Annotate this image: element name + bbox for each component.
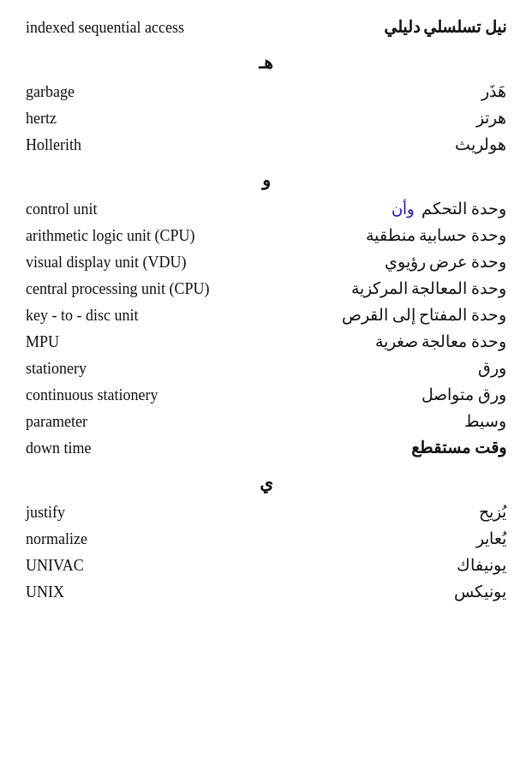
arabic-mpu: وحدة معالجة صغرية bbox=[266, 332, 507, 351]
y-section: ي justify يُزيح normalize يُعاير UNIVAC … bbox=[26, 473, 506, 601]
arabic-garbage: هَذَر bbox=[266, 81, 507, 101]
arabic-hollerith: هولريث bbox=[266, 134, 507, 154]
arabic-downtime: وقت مستقطع bbox=[266, 438, 507, 457]
entry-row-normalize: normalize يُعاير bbox=[26, 529, 506, 548]
arabic-unix: يونيكس bbox=[266, 582, 507, 601]
english-alu: arithmetic logic unit (CPU) bbox=[26, 227, 266, 245]
entry-row-cpu: central processing unit (CPU) وحدة المعا… bbox=[26, 278, 506, 298]
english-garbage: garbage bbox=[26, 83, 266, 101]
entry-row-stationery: stationery ورق bbox=[26, 358, 506, 378]
entry-row-vdu: visual display unit (VDU) وحدة عرض رؤيوي bbox=[26, 252, 506, 272]
entry-row-downtime: down time وقت مستقطع bbox=[26, 438, 506, 457]
arabic-normalize: يُعاير bbox=[266, 529, 507, 548]
english-control-unit: control unit bbox=[26, 200, 392, 218]
arabic-vdu: وحدة عرض رؤيوي bbox=[266, 252, 507, 272]
w-section-header: و bbox=[26, 170, 506, 190]
entry-row-parameter: parameter وسيط bbox=[26, 411, 506, 431]
arabic-univac: يونيفاك bbox=[266, 555, 507, 575]
w-section: و control unit وحدة التحكم وأن arithmeti… bbox=[26, 170, 506, 457]
english-justify: justify bbox=[26, 504, 266, 522]
h-section-header: هـ bbox=[26, 52, 506, 73]
entry-row-unix: UNIX يونيكس bbox=[26, 582, 506, 601]
english-vdu: visual display unit (VDU) bbox=[26, 254, 266, 272]
english-hollerith: Hollerith bbox=[26, 136, 266, 154]
top-entry-row: indexed sequential access نيل تسلسلي دلي… bbox=[26, 17, 506, 37]
entry-row-justify: justify يُزيح bbox=[26, 502, 506, 522]
arabic-alu: وحدة حسابية منطقية bbox=[266, 225, 507, 245]
arabic-justify: يُزيح bbox=[266, 502, 507, 522]
english-hertz: hertz bbox=[26, 110, 266, 128]
english-downtime: down time bbox=[26, 439, 266, 457]
arabic-cpu: وحدة المعالجة المركزية bbox=[266, 278, 507, 298]
english-mpu: MPU bbox=[26, 333, 266, 351]
english-univac: UNIVAC bbox=[26, 557, 266, 575]
entry-row-univac: UNIVAC يونيفاك bbox=[26, 555, 506, 575]
entry-row-key-disc: key - to - disc unit وحدة المفتاح إلى ال… bbox=[26, 305, 506, 325]
h-section: هـ garbage هَذَر hertz هرتز Hollerith هو… bbox=[26, 52, 506, 154]
entry-row-alu: arithmetic logic unit (CPU) وحدة حسابية … bbox=[26, 225, 506, 245]
arabic-key-disc: وحدة المفتاح إلى القرص bbox=[266, 305, 507, 325]
english-unix: UNIX bbox=[26, 583, 266, 601]
arabic-hertz: هرتز bbox=[266, 108, 507, 128]
entry-row-cont-stationery: continuous stationery ورق متواصل bbox=[26, 385, 506, 404]
top-arabic: نيل تسلسلي دليلي bbox=[266, 17, 507, 37]
entry-row-hollerith: Hollerith هولريث bbox=[26, 134, 506, 154]
entry-row-garbage: garbage هَذَر bbox=[26, 81, 506, 101]
english-key-disc: key - to - disc unit bbox=[26, 307, 266, 325]
english-cont-stationery: continuous stationery bbox=[26, 386, 266, 404]
handwritten-annotation: وأن bbox=[392, 200, 415, 218]
page: indexed sequential access نيل تسلسلي دلي… bbox=[26, 17, 506, 601]
arabic-cont-stationery: ورق متواصل bbox=[266, 385, 507, 404]
arabic-stationery: ورق bbox=[266, 358, 507, 378]
entry-row-hertz: hertz هرتز bbox=[26, 108, 506, 128]
arabic-control-unit: وحدة التحكم bbox=[421, 199, 506, 218]
english-normalize: normalize bbox=[26, 530, 266, 548]
entry-row-mpu: MPU وحدة معالجة صغرية bbox=[26, 332, 506, 351]
y-section-header: ي bbox=[26, 473, 506, 493]
english-cpu: central processing unit (CPU) bbox=[26, 280, 266, 298]
english-stationery: stationery bbox=[26, 360, 266, 378]
english-parameter: parameter bbox=[26, 413, 266, 431]
entry-row-control-unit: control unit وحدة التحكم وأن bbox=[26, 199, 506, 218]
arabic-parameter: وسيط bbox=[266, 411, 507, 431]
top-english: indexed sequential access bbox=[26, 19, 266, 37]
